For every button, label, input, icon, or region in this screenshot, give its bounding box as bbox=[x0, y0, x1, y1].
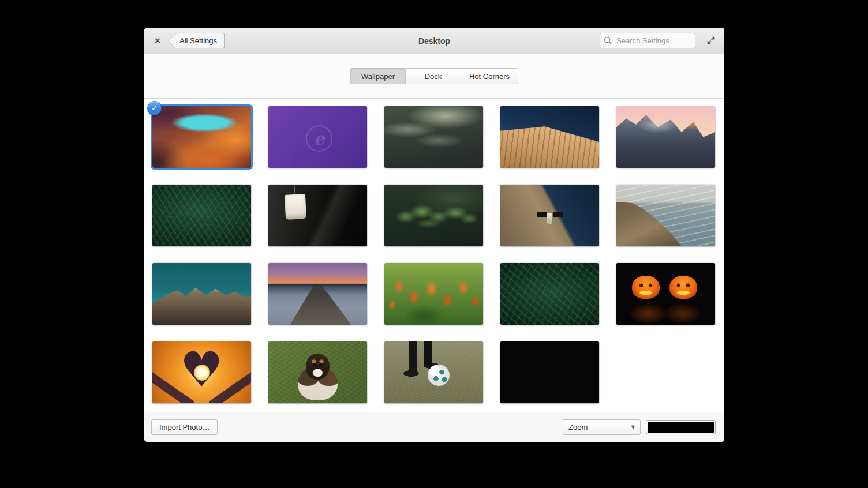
selected-check-icon: ✓ bbox=[147, 101, 162, 115]
wallpaper-image-soccer-ball bbox=[384, 341, 483, 403]
scaling-mode-dropdown[interactable]: Zoom ▼ bbox=[563, 419, 641, 435]
search-field-wrap bbox=[600, 33, 695, 48]
wallpaper-image-paper-lantern bbox=[268, 185, 367, 246]
wallpaper-pine-branch[interactable] bbox=[384, 185, 483, 246]
background-color-swatch[interactable] bbox=[646, 420, 716, 434]
import-photo-button[interactable]: Import Photo… bbox=[151, 419, 218, 435]
wallpaper-image-coastal-cliff bbox=[616, 185, 715, 246]
wallpaper-image-boardwalk-water bbox=[500, 106, 599, 168]
wallpaper-image-jack-o-lanterns bbox=[616, 263, 715, 325]
wallpaper-snowy-mountains[interactable] bbox=[152, 263, 251, 325]
wallpaper-coastal-cliff[interactable] bbox=[616, 185, 715, 246]
back-button-label: All Settings bbox=[179, 36, 217, 45]
wallpaper-antelope-canyon[interactable]: ✓ bbox=[152, 106, 251, 168]
wallpaper-image-snowy-mountains bbox=[152, 263, 251, 325]
wallpaper-image-solid-black bbox=[500, 341, 599, 403]
wallpaper-image-misty-forest bbox=[384, 106, 483, 168]
wallpaper-image-dusk-pier bbox=[268, 263, 367, 325]
tab-wallpaper[interactable]: Wallpaper bbox=[350, 68, 406, 84]
tab-hot-corners[interactable]: Hot Corners bbox=[461, 68, 518, 84]
maximize-button[interactable] bbox=[705, 35, 717, 47]
wallpaper-image-puppy-grass bbox=[268, 341, 367, 403]
close-button[interactable]: × bbox=[151, 35, 164, 47]
header-bar: × All Settings Desktop bbox=[144, 28, 724, 54]
wallpaper-image-pine-branch bbox=[384, 185, 483, 246]
scaling-mode-value: Zoom bbox=[568, 423, 588, 431]
wallpaper-solid-black[interactable] bbox=[500, 341, 599, 403]
wallpaper-heart-hands-sunset[interactable] bbox=[152, 341, 251, 403]
wallpaper-orange-tulips[interactable] bbox=[384, 263, 483, 325]
wallpaper-sunset-peaks[interactable] bbox=[616, 106, 715, 168]
wallpaper-image-sunset-peaks bbox=[616, 106, 715, 168]
wallpaper-image-heart-hands-sunset bbox=[152, 341, 251, 403]
close-icon: × bbox=[155, 35, 160, 46]
wallpaper-misty-forest[interactable] bbox=[384, 106, 483, 168]
mode-switcher: Wallpaper Dock Hot Corners bbox=[350, 68, 518, 84]
wallpaper-image-dark-ferns bbox=[152, 185, 251, 246]
search-icon bbox=[604, 36, 612, 45]
diagonal-expand-icon bbox=[706, 36, 716, 45]
wallpaper-soccer-ball[interactable] bbox=[384, 341, 483, 403]
wallpaper-dark-ferns[interactable] bbox=[152, 185, 251, 246]
search-input[interactable] bbox=[600, 33, 695, 48]
chevron-down-icon: ▼ bbox=[631, 425, 635, 430]
settings-window: × All Settings Desktop Wallp bbox=[144, 28, 724, 442]
all-settings-back-button[interactable]: All Settings bbox=[175, 33, 225, 48]
wallpaper-image-fern-leaves bbox=[500, 263, 599, 325]
color-swatch-fill bbox=[648, 422, 714, 433]
footer-bar: Import Photo… Zoom ▼ bbox=[144, 412, 724, 442]
tab-strip: Wallpaper Dock Hot Corners bbox=[144, 54, 724, 99]
page-title: Desktop bbox=[418, 36, 450, 46]
wallpaper-fern-leaves[interactable] bbox=[500, 263, 599, 325]
wallpaper-puppy-grass[interactable] bbox=[268, 341, 367, 403]
tab-dock[interactable]: Dock bbox=[406, 68, 461, 84]
wallpaper-jack-o-lanterns[interactable] bbox=[616, 263, 715, 325]
wallpaper-paper-lantern[interactable] bbox=[268, 185, 367, 246]
wallpaper-grid: ✓ bbox=[144, 99, 724, 412]
wallpaper-dusk-pier[interactable] bbox=[268, 263, 367, 325]
wallpaper-elementary-purple[interactable] bbox=[268, 106, 367, 168]
wallpaper-image-satellite-coast bbox=[500, 185, 599, 246]
wallpaper-satellite-coast[interactable] bbox=[500, 185, 599, 246]
wallpaper-image-antelope-canyon bbox=[152, 106, 251, 168]
wallpaper-boardwalk-water[interactable] bbox=[500, 106, 599, 168]
wallpaper-image-orange-tulips bbox=[384, 263, 483, 325]
wallpaper-image-elementary-purple bbox=[268, 106, 367, 168]
